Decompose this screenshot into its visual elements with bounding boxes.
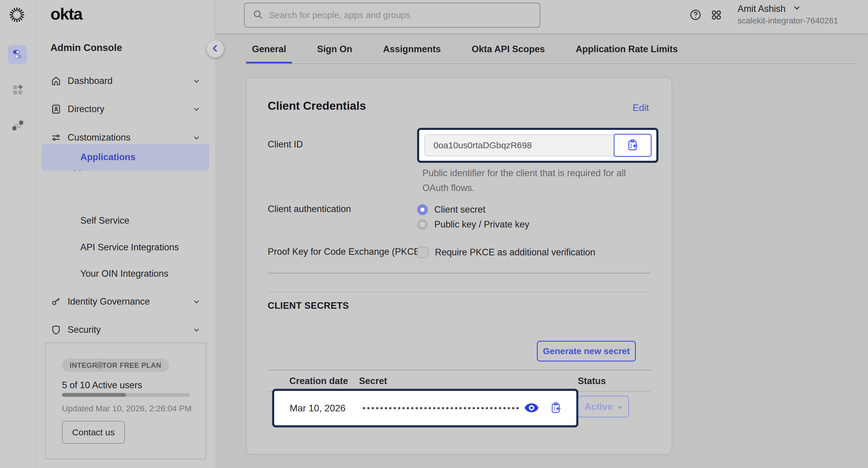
reveal-secret-button[interactable] bbox=[524, 403, 539, 414]
plan-panel: INTEGRATOR FREE PLAN 5 of 10 Active user… bbox=[45, 343, 206, 459]
masked-secret: •••••••••••••••••••••••••••••••••••• bbox=[363, 403, 521, 413]
status-label: Active bbox=[584, 401, 613, 412]
okta-wordmark[interactable]: okta bbox=[51, 4, 82, 23]
add-apps-grid-icon[interactable] bbox=[11, 83, 24, 96]
home-icon bbox=[51, 75, 62, 87]
mouse-cursor bbox=[96, 361, 103, 369]
pkce-label: Proof Key for Code Exchange (PKCE) bbox=[268, 246, 423, 257]
tab-okta-api-scopes[interactable]: Okta API Scopes bbox=[466, 40, 551, 64]
column-header-status: Status bbox=[578, 376, 606, 386]
clipboard-copy-icon bbox=[550, 402, 562, 415]
apps-grid-icon[interactable] bbox=[710, 8, 723, 21]
key-icon bbox=[51, 296, 62, 307]
okta-spinner-icon[interactable] bbox=[9, 6, 25, 23]
usage-progress-bar bbox=[62, 393, 190, 397]
client-id-label: Client ID bbox=[268, 139, 303, 150]
section-title: Client Credentials bbox=[268, 99, 366, 112]
column-header-creation-date: Creation date bbox=[289, 376, 348, 386]
workflow-icon[interactable] bbox=[11, 117, 25, 132]
secret-creation-date: Mar 10, 2026 bbox=[290, 403, 356, 414]
sidebar-item-label: Security bbox=[68, 324, 101, 335]
generate-new-secret-button[interactable]: Generate new secret bbox=[537, 341, 636, 361]
icon-rail bbox=[0, 0, 36, 468]
client-id-highlight: 0oa10us0rtaDGbqzR698 bbox=[417, 128, 658, 163]
column-header-secret: Secret bbox=[359, 376, 387, 386]
user-menu[interactable]: Amit Ashish scalekit-integrator-7640261 bbox=[738, 4, 838, 26]
table-top-divider bbox=[268, 370, 651, 371]
section-divider bbox=[268, 292, 651, 292]
top-header: Amit Ashish scalekit-integrator-7640261 bbox=[215, 0, 868, 33]
chevron-down-icon bbox=[193, 134, 200, 142]
sidebar-item-security[interactable]: Security bbox=[36, 321, 215, 339]
plan-updated: Updated Mar 10, 2026, 2:26:04 PM bbox=[62, 404, 191, 413]
chevron-down-icon bbox=[193, 105, 200, 113]
directory-icon bbox=[51, 104, 62, 115]
chevron-left-icon bbox=[211, 44, 220, 54]
sidebar-item-label: Identity Governance bbox=[68, 296, 150, 307]
chevron-down-icon bbox=[793, 4, 801, 14]
radio-selected-icon bbox=[417, 204, 428, 215]
checkbox-unchecked-icon bbox=[417, 247, 428, 258]
chevron-down-icon bbox=[193, 326, 200, 334]
tab-sign-on[interactable]: Sign On bbox=[311, 40, 358, 64]
console-title: Admin Console bbox=[51, 42, 122, 53]
table-row-secret: Mar 10, 2026 •••••••••••••••••••••••••••… bbox=[272, 389, 578, 427]
search-input[interactable] bbox=[269, 10, 532, 20]
edit-link[interactable]: Edit bbox=[632, 102, 649, 113]
sidebar-collapse-button[interactable] bbox=[207, 40, 224, 58]
sidebar-item-customizations[interactable]: Customizations bbox=[36, 129, 215, 147]
tab-application-rate-limits[interactable]: Application Rate Limits bbox=[570, 40, 684, 64]
sidebar-subitem-self-service[interactable]: Self Service bbox=[80, 212, 129, 230]
tabs-divider bbox=[246, 63, 856, 64]
pkce-checkbox-row[interactable]: Require PKCE as additional verification bbox=[417, 245, 595, 260]
sidebar: okta Admin Console Dashboard Directory C… bbox=[36, 0, 215, 468]
sidebar-item-label: Directory bbox=[68, 104, 104, 115]
radio-client-secret[interactable]: Client secret bbox=[417, 203, 485, 217]
help-icon[interactable] bbox=[689, 8, 702, 21]
sidebar-item-directory[interactable]: Directory bbox=[36, 100, 215, 118]
plan-badge: INTEGRATOR FREE PLAN bbox=[62, 358, 169, 372]
eye-icon bbox=[524, 403, 539, 414]
chevron-down-icon bbox=[193, 77, 200, 85]
sidebar-subitem-your-oin-integrations[interactable]: Your OIN Integrations bbox=[80, 265, 168, 283]
sidebar-item-identity-governance[interactable]: Identity Governance bbox=[36, 293, 215, 311]
radio-public-private-key[interactable]: Public key / Private key bbox=[417, 217, 529, 232]
client-id-field[interactable]: 0oa10us0rtaDGbqzR698 bbox=[425, 134, 614, 156]
caret-down-icon bbox=[617, 401, 623, 412]
main-content: General Sign On Assignments Okta API Sco… bbox=[215, 33, 868, 468]
search-icon bbox=[252, 9, 264, 21]
sidebar-item-label: Customizations bbox=[68, 132, 130, 143]
copy-client-id-button[interactable] bbox=[614, 134, 652, 157]
toggles-icon bbox=[11, 48, 23, 61]
usage-progress-fill bbox=[62, 393, 126, 397]
sliders-icon bbox=[51, 132, 62, 143]
client-auth-label: Client authentication bbox=[268, 204, 351, 214]
client-credentials-card: Client Credentials Edit Client ID 0oa10u… bbox=[247, 78, 672, 455]
chevron-down-icon bbox=[193, 298, 200, 305]
tab-general[interactable]: General bbox=[246, 40, 292, 64]
sidebar-subitem-label[interactable]: Applications bbox=[80, 148, 135, 166]
client-secrets-title: CLIENT SECRETS bbox=[268, 300, 349, 311]
global-search[interactable] bbox=[244, 3, 540, 28]
clipboard-copy-icon bbox=[626, 139, 639, 152]
shield-icon bbox=[51, 324, 62, 335]
app-tabs: General Sign On Assignments Okta API Sco… bbox=[246, 40, 684, 64]
copy-secret-button[interactable] bbox=[550, 402, 562, 415]
user-name: Amit Ashish bbox=[738, 4, 785, 14]
client-id-help: Public identifier for the client that is… bbox=[423, 166, 626, 196]
status-dropdown-button[interactable]: Active bbox=[578, 396, 629, 417]
tab-assignments[interactable]: Assignments bbox=[377, 40, 447, 64]
sidebar-item-dashboard[interactable]: Dashboard bbox=[36, 72, 215, 90]
org-id: scalekit-integrator-7640261 bbox=[738, 16, 838, 26]
plan-usage: 5 of 10 Active users bbox=[62, 380, 142, 390]
okta-admin-console: okta Admin Console Dashboard Directory C… bbox=[0, 0, 868, 468]
contact-us-button[interactable]: Contact us bbox=[62, 421, 125, 444]
section-divider bbox=[268, 273, 651, 273]
radio-unselected-icon bbox=[417, 219, 428, 230]
sidebar-item-label: Dashboard bbox=[68, 76, 113, 86]
sidebar-subitem-api-service-integrations[interactable]: API Service Integrations bbox=[80, 238, 179, 256]
rail-item-admin-selected[interactable] bbox=[8, 45, 27, 64]
